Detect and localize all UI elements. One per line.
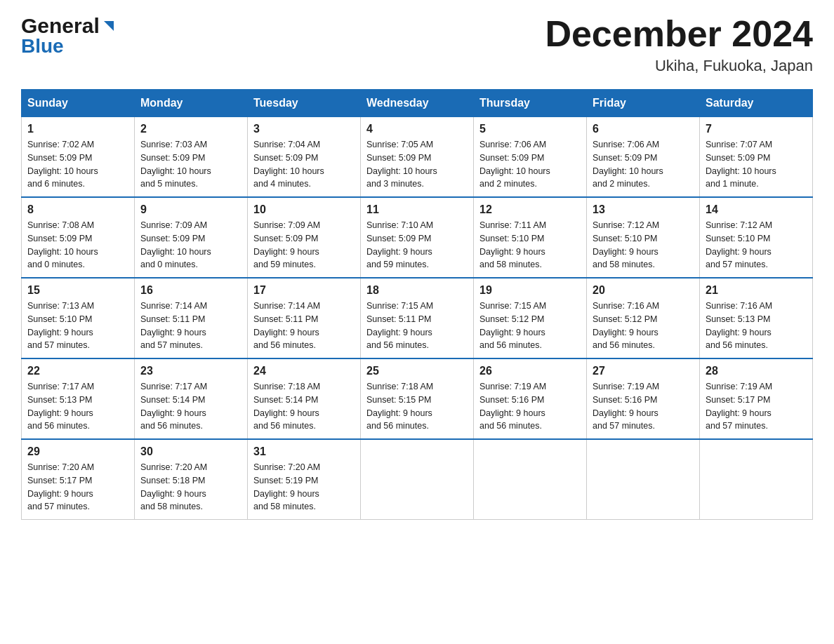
day-info: Sunrise: 7:16 AM Sunset: 5:13 PM Dayligh…	[706, 300, 807, 352]
day-info: Sunrise: 7:12 AM Sunset: 5:10 PM Dayligh…	[593, 219, 694, 271]
day-number: 30	[140, 445, 241, 458]
day-info: Sunrise: 7:19 AM Sunset: 5:17 PM Dayligh…	[706, 380, 807, 433]
calendar-title: December 2024	[545, 14, 813, 54]
calendar-cell: 24Sunrise: 7:18 AM Sunset: 5:14 PM Dayli…	[248, 358, 361, 439]
day-number: 7	[706, 123, 807, 135]
calendar-cell: 15Sunrise: 7:13 AM Sunset: 5:10 PM Dayli…	[22, 278, 135, 358]
calendar-cell: 20Sunrise: 7:16 AM Sunset: 5:12 PM Dayli…	[587, 278, 700, 358]
col-header-friday: Friday	[587, 90, 700, 117]
calendar-cell	[587, 439, 700, 520]
logo-general: General	[21, 14, 100, 38]
calendar-cell: 9Sunrise: 7:09 AM Sunset: 5:09 PM Daylig…	[135, 197, 248, 278]
day-number: 5	[479, 123, 581, 135]
calendar-cell: 28Sunrise: 7:19 AM Sunset: 5:17 PM Dayli…	[700, 358, 813, 439]
calendar-cell: 12Sunrise: 7:11 AM Sunset: 5:10 PM Dayli…	[474, 197, 587, 278]
day-info: Sunrise: 7:14 AM Sunset: 5:11 PM Dayligh…	[140, 300, 241, 352]
day-info: Sunrise: 7:09 AM Sunset: 5:09 PM Dayligh…	[140, 219, 241, 271]
day-number: 12	[479, 203, 581, 216]
day-info: Sunrise: 7:16 AM Sunset: 5:12 PM Dayligh…	[593, 300, 694, 352]
day-info: Sunrise: 7:14 AM Sunset: 5:11 PM Dayligh…	[253, 300, 355, 352]
svg-marker-0	[104, 21, 114, 31]
calendar-cell: 3Sunrise: 7:04 AM Sunset: 5:09 PM Daylig…	[248, 117, 361, 198]
day-number: 14	[706, 203, 807, 216]
day-info: Sunrise: 7:04 AM Sunset: 5:09 PM Dayligh…	[253, 138, 355, 191]
calendar-cell: 30Sunrise: 7:20 AM Sunset: 5:18 PM Dayli…	[135, 439, 248, 520]
day-number: 23	[140, 365, 241, 377]
calendar-cell: 29Sunrise: 7:20 AM Sunset: 5:17 PM Dayli…	[22, 439, 135, 520]
day-info: Sunrise: 7:20 AM Sunset: 5:19 PM Dayligh…	[253, 461, 355, 514]
day-number: 29	[27, 445, 128, 458]
calendar-cell: 22Sunrise: 7:17 AM Sunset: 5:13 PM Dayli…	[22, 358, 135, 439]
day-info: Sunrise: 7:17 AM Sunset: 5:14 PM Dayligh…	[140, 380, 241, 433]
day-number: 6	[593, 123, 694, 135]
day-info: Sunrise: 7:10 AM Sunset: 5:09 PM Dayligh…	[366, 219, 468, 271]
day-info: Sunrise: 7:08 AM Sunset: 5:09 PM Dayligh…	[27, 219, 128, 271]
day-info: Sunrise: 7:07 AM Sunset: 5:09 PM Dayligh…	[706, 138, 807, 191]
day-info: Sunrise: 7:06 AM Sunset: 5:09 PM Dayligh…	[593, 138, 694, 191]
calendar-cell: 7Sunrise: 7:07 AM Sunset: 5:09 PM Daylig…	[700, 117, 813, 198]
calendar-cell: 16Sunrise: 7:14 AM Sunset: 5:11 PM Dayli…	[135, 278, 248, 358]
calendar-cell: 13Sunrise: 7:12 AM Sunset: 5:10 PM Dayli…	[587, 197, 700, 278]
day-number: 16	[140, 284, 241, 297]
day-info: Sunrise: 7:15 AM Sunset: 5:12 PM Dayligh…	[479, 300, 581, 352]
calendar-cell: 8Sunrise: 7:08 AM Sunset: 5:09 PM Daylig…	[22, 197, 135, 278]
day-info: Sunrise: 7:05 AM Sunset: 5:09 PM Dayligh…	[366, 138, 468, 191]
calendar-cell: 4Sunrise: 7:05 AM Sunset: 5:09 PM Daylig…	[361, 117, 474, 198]
calendar-cell: 10Sunrise: 7:09 AM Sunset: 5:09 PM Dayli…	[248, 197, 361, 278]
calendar-cell: 27Sunrise: 7:19 AM Sunset: 5:16 PM Dayli…	[587, 358, 700, 439]
calendar-cell: 17Sunrise: 7:14 AM Sunset: 5:11 PM Dayli…	[248, 278, 361, 358]
calendar-cell: 25Sunrise: 7:18 AM Sunset: 5:15 PM Dayli…	[361, 358, 474, 439]
day-info: Sunrise: 7:17 AM Sunset: 5:13 PM Dayligh…	[27, 380, 128, 433]
day-number: 1	[27, 123, 128, 135]
calendar-cell: 26Sunrise: 7:19 AM Sunset: 5:16 PM Dayli…	[474, 358, 587, 439]
day-info: Sunrise: 7:11 AM Sunset: 5:10 PM Dayligh…	[479, 219, 581, 271]
calendar-cell: 18Sunrise: 7:15 AM Sunset: 5:11 PM Dayli…	[361, 278, 474, 358]
day-number: 31	[253, 445, 355, 458]
calendar-week-row: 29Sunrise: 7:20 AM Sunset: 5:17 PM Dayli…	[22, 439, 813, 520]
logo-blue: Blue	[21, 35, 64, 58]
calendar-table: SundayMondayTuesdayWednesdayThursdayFrid…	[21, 89, 813, 520]
day-number: 13	[593, 203, 694, 216]
day-number: 20	[593, 284, 694, 297]
calendar-header-row: SundayMondayTuesdayWednesdayThursdayFrid…	[22, 90, 813, 117]
calendar-week-row: 22Sunrise: 7:17 AM Sunset: 5:13 PM Dayli…	[22, 358, 813, 439]
day-number: 25	[366, 365, 468, 377]
day-info: Sunrise: 7:03 AM Sunset: 5:09 PM Dayligh…	[140, 138, 241, 191]
calendar-cell: 21Sunrise: 7:16 AM Sunset: 5:13 PM Dayli…	[700, 278, 813, 358]
day-info: Sunrise: 7:09 AM Sunset: 5:09 PM Dayligh…	[253, 219, 355, 271]
calendar-cell: 31Sunrise: 7:20 AM Sunset: 5:19 PM Dayli…	[248, 439, 361, 520]
title-area: December 2024 Ukiha, Fukuoka, Japan	[545, 14, 813, 75]
col-header-sunday: Sunday	[22, 90, 135, 117]
calendar-cell: 23Sunrise: 7:17 AM Sunset: 5:14 PM Dayli…	[135, 358, 248, 439]
day-info: Sunrise: 7:06 AM Sunset: 5:09 PM Dayligh…	[479, 138, 581, 191]
calendar-cell: 19Sunrise: 7:15 AM Sunset: 5:12 PM Dayli…	[474, 278, 587, 358]
day-number: 21	[706, 284, 807, 297]
day-info: Sunrise: 7:15 AM Sunset: 5:11 PM Dayligh…	[366, 300, 468, 352]
col-header-thursday: Thursday	[474, 90, 587, 117]
day-info: Sunrise: 7:18 AM Sunset: 5:14 PM Dayligh…	[253, 380, 355, 433]
calendar-cell: 5Sunrise: 7:06 AM Sunset: 5:09 PM Daylig…	[474, 117, 587, 198]
day-info: Sunrise: 7:20 AM Sunset: 5:17 PM Dayligh…	[27, 461, 128, 514]
col-header-saturday: Saturday	[700, 90, 813, 117]
calendar-week-row: 8Sunrise: 7:08 AM Sunset: 5:09 PM Daylig…	[22, 197, 813, 278]
calendar-week-row: 15Sunrise: 7:13 AM Sunset: 5:10 PM Dayli…	[22, 278, 813, 358]
col-header-wednesday: Wednesday	[361, 90, 474, 117]
calendar-cell	[474, 439, 587, 520]
day-info: Sunrise: 7:18 AM Sunset: 5:15 PM Dayligh…	[366, 380, 468, 433]
day-number: 19	[479, 284, 581, 297]
day-number: 11	[366, 203, 468, 216]
day-number: 4	[366, 123, 468, 135]
logo-triangle-icon	[101, 18, 117, 34]
calendar-cell: 6Sunrise: 7:06 AM Sunset: 5:09 PM Daylig…	[587, 117, 700, 198]
page-header: General Blue December 2024 Ukiha, Fukuok…	[21, 14, 813, 75]
day-number: 3	[253, 123, 355, 135]
day-number: 2	[140, 123, 241, 135]
day-number: 17	[253, 284, 355, 297]
calendar-cell	[700, 439, 813, 520]
day-number: 26	[479, 365, 581, 377]
day-info: Sunrise: 7:19 AM Sunset: 5:16 PM Dayligh…	[479, 380, 581, 433]
day-number: 18	[366, 284, 468, 297]
logo: General Blue	[21, 14, 117, 58]
day-info: Sunrise: 7:19 AM Sunset: 5:16 PM Dayligh…	[593, 380, 694, 433]
col-header-monday: Monday	[135, 90, 248, 117]
